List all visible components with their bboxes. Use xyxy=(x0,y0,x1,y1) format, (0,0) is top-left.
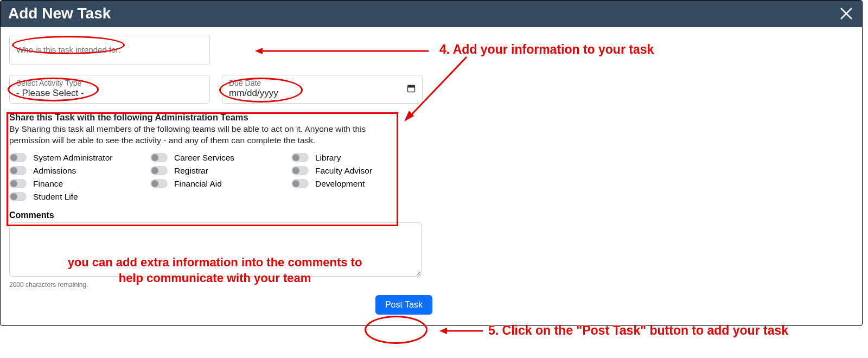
svg-line-8 xyxy=(410,57,467,117)
toggle-icon[interactable] xyxy=(291,179,309,188)
toggle-icon[interactable] xyxy=(150,153,168,162)
share-teams-section: Share this Task with the following Admin… xyxy=(9,112,400,202)
toggle-icon[interactable] xyxy=(291,166,309,175)
share-teams-title: Share this Task with the following Admin… xyxy=(9,112,400,123)
modal-title: Add New Task xyxy=(8,5,111,22)
team-label: Library xyxy=(315,153,341,163)
activity-type-value: - Please Select - xyxy=(16,88,203,99)
team-toggle-development: Development xyxy=(291,179,400,189)
team-label: Faculty Advisor xyxy=(315,166,372,176)
intended-for-input[interactable]: Who is this task intended for: xyxy=(9,35,210,65)
due-date-label: Due Date xyxy=(229,79,416,87)
close-icon[interactable] xyxy=(838,5,854,22)
team-toggle-student-life: Student Life xyxy=(9,192,150,202)
team-label: Financial Aid xyxy=(174,179,222,189)
team-toggle-registrar: Registrar xyxy=(150,166,291,176)
team-toggle-admissions: Admissions xyxy=(9,166,150,176)
team-label: System Administrator xyxy=(33,153,112,163)
toggle-icon[interactable] xyxy=(9,192,27,201)
due-date-input[interactable]: Due Date mm/dd/yyyy xyxy=(222,75,423,104)
team-toggle-library: Library xyxy=(291,153,400,163)
team-toggle-system-administrator: System Administrator xyxy=(9,153,150,163)
activity-type-select[interactable]: Select Activity Type - Please Select - xyxy=(9,75,210,104)
annotation-arrow xyxy=(439,327,488,337)
team-label: Development xyxy=(315,179,365,189)
team-label: Admissions xyxy=(33,166,76,176)
team-label: Career Services xyxy=(174,153,234,163)
activity-type-label: Select Activity Type xyxy=(16,79,203,87)
svg-marker-7 xyxy=(255,48,263,54)
due-date-value: mm/dd/yyyy xyxy=(229,88,416,99)
chars-remaining: 2000 characters remaining. xyxy=(9,281,853,289)
post-task-button[interactable]: Post Task xyxy=(375,295,432,315)
team-label: Student Life xyxy=(33,192,78,202)
toggle-icon[interactable] xyxy=(291,153,309,162)
svg-marker-9 xyxy=(404,111,414,122)
team-toggle-faculty-advisor: Faculty Advisor xyxy=(291,166,400,176)
toggle-icon[interactable] xyxy=(9,153,27,162)
annotation-arrow xyxy=(401,54,472,125)
team-toggle-career-services: Career Services xyxy=(150,153,291,163)
team-label: Finance xyxy=(33,179,63,189)
team-toggle-finance: Finance xyxy=(9,179,150,189)
toggle-icon[interactable] xyxy=(9,179,27,188)
comments-textarea[interactable] xyxy=(9,222,422,277)
team-label: Registrar xyxy=(174,166,208,176)
modal-header: Add New Task xyxy=(1,1,862,27)
toggle-icon[interactable] xyxy=(9,166,27,175)
toggle-icon[interactable] xyxy=(150,166,168,175)
team-toggle-financial-aid: Financial Aid xyxy=(150,179,291,189)
intended-for-placeholder: Who is this task intended for: xyxy=(16,45,121,54)
comments-label: Comments xyxy=(9,210,853,220)
toggle-icon[interactable] xyxy=(150,179,168,188)
svg-marker-11 xyxy=(439,328,447,334)
share-teams-desc: By Sharing this task all members of the … xyxy=(9,124,400,146)
